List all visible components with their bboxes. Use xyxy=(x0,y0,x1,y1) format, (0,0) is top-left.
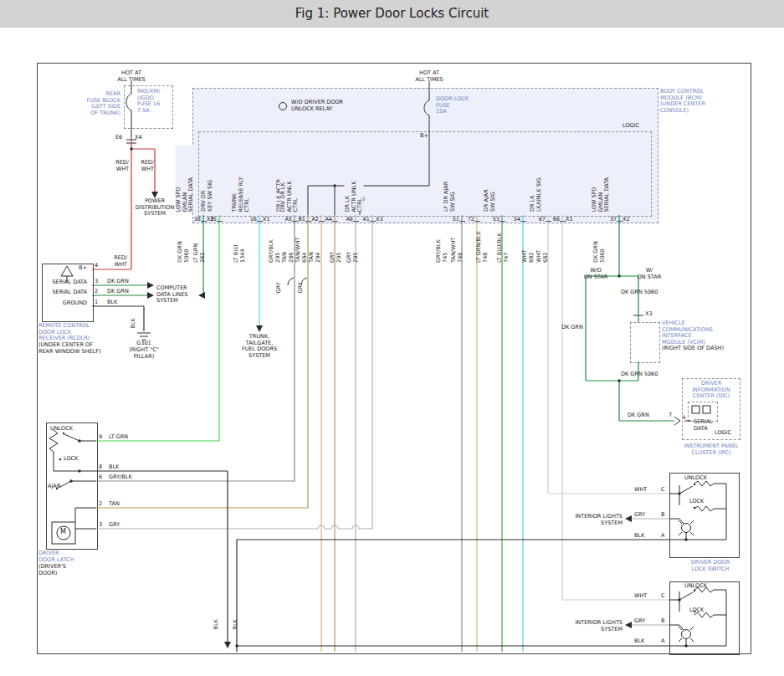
dic-symbol-2 xyxy=(703,406,710,413)
arrow-interior1 xyxy=(625,515,632,522)
wire-tan-286 xyxy=(96,215,308,508)
wire-dkgrn-5060-left xyxy=(201,215,203,295)
junction-dots xyxy=(56,147,695,647)
wire-blk-g301 xyxy=(92,306,144,331)
bcm-driver-symbol xyxy=(356,195,364,203)
rcdlr-antenna-icon xyxy=(61,266,73,283)
bcm-internal-lines xyxy=(308,81,429,215)
wire-gry-illum xyxy=(628,519,669,625)
latch-motor-icon xyxy=(57,526,70,540)
fuse1-element xyxy=(126,94,131,110)
arrow-power-dist xyxy=(151,192,158,198)
wire-ltgrn-262 xyxy=(96,215,219,441)
relay-note-symbol xyxy=(279,103,287,110)
page: { "header": { "title": "Fig 1: Power Doo… xyxy=(0,0,784,676)
wire-blk-switch-gnd xyxy=(237,540,669,652)
wire-blk-latch xyxy=(96,471,228,642)
wires xyxy=(92,140,674,652)
ipc-conn-chevron xyxy=(674,417,691,425)
arrow-data-right2 xyxy=(147,292,154,299)
dic-symbol-1 xyxy=(692,406,699,413)
ground-icon xyxy=(137,333,151,340)
arrowheads xyxy=(147,192,632,648)
wire-wht-682b xyxy=(562,215,669,600)
sw2-lamp-icon xyxy=(682,630,691,639)
wire-dkgrn-rcdlr xyxy=(92,285,151,295)
latch-motor-frame xyxy=(52,522,75,544)
wire-dkgrn-5060-right xyxy=(586,215,674,421)
wire-redwht xyxy=(92,140,155,269)
arrow-trunk-sys xyxy=(256,325,263,332)
fuse1-feed-line xyxy=(126,81,136,143)
gry-leader-arcs xyxy=(288,278,307,285)
wire-gry-295b xyxy=(96,215,372,529)
wiring-svg xyxy=(0,0,784,676)
arrow-data-right1 xyxy=(147,282,154,289)
fuse2-element xyxy=(424,100,429,115)
wire-wht-682a xyxy=(548,215,669,494)
arrow-data-left xyxy=(198,292,205,299)
sw1-internal-lines xyxy=(669,481,726,540)
arrow-blk-down xyxy=(224,642,231,648)
sw1-lamp-icon xyxy=(682,524,691,533)
structure-lines xyxy=(49,81,726,646)
latch-internal-lines xyxy=(49,430,96,529)
arrow-interior2 xyxy=(625,622,632,628)
sw2-internal-lines xyxy=(669,587,726,646)
